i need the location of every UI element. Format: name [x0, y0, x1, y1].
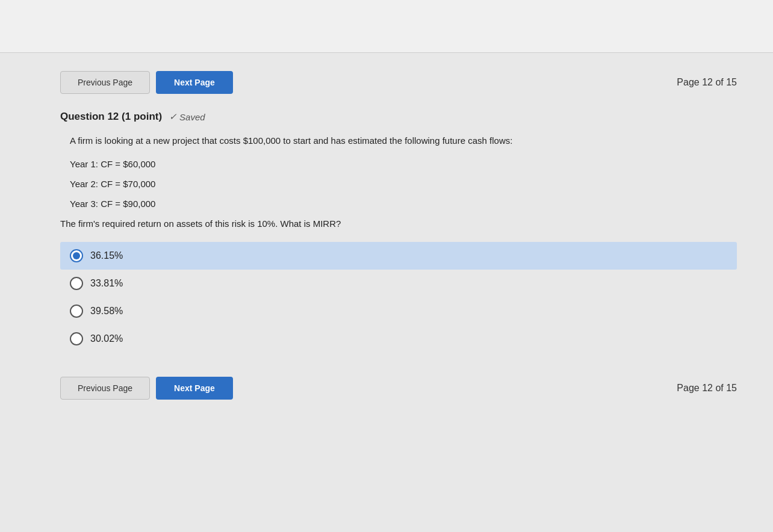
- option-3[interactable]: 39.58%: [60, 297, 737, 325]
- radio-option-2: [70, 277, 83, 290]
- check-icon: ✓: [169, 111, 177, 122]
- radio-selected-indicator: [73, 252, 80, 259]
- cash-flows-list: Year 1: CF = $60,000 Year 2: CF = $70,00…: [60, 159, 737, 209]
- cash-flow-year3: Year 3: CF = $90,000: [70, 199, 737, 209]
- bottom-page-indicator: Page 12 of 15: [677, 383, 737, 394]
- bottom-nav-row: Previous Page Next Page Page 12 of 15: [60, 377, 737, 400]
- option-1-label: 36.15%: [90, 250, 123, 261]
- top-page-indicator: Page 12 of 15: [677, 77, 737, 88]
- saved-text: Saved: [179, 112, 205, 122]
- top-previous-button[interactable]: Previous Page: [60, 71, 150, 94]
- question-points: (1 point): [122, 111, 162, 122]
- main-content: Previous Page Next Page Page 12 of 15 Qu…: [0, 53, 773, 532]
- cash-flow-year1: Year 1: CF = $60,000: [70, 159, 737, 169]
- option-4-label: 30.02%: [90, 333, 123, 344]
- question-body-text: A firm is looking at a new project that …: [60, 134, 737, 148]
- answer-options: 36.15% 33.81% 39.58% 30.02%: [60, 242, 737, 353]
- top-nav-row: Previous Page Next Page Page 12 of 15: [60, 71, 737, 94]
- radio-option-1: [70, 249, 83, 262]
- radio-option-3: [70, 305, 83, 318]
- saved-label: ✓ Saved: [169, 111, 205, 122]
- option-1[interactable]: 36.15%: [60, 242, 737, 270]
- option-2-label: 33.81%: [90, 278, 123, 289]
- question-number: 12: [107, 111, 119, 122]
- bottom-next-button[interactable]: Next Page: [156, 377, 233, 400]
- option-4[interactable]: 30.02%: [60, 325, 737, 353]
- option-3-label: 39.58%: [90, 306, 123, 317]
- top-nav-buttons: Previous Page Next Page: [60, 71, 233, 94]
- top-bar: [0, 0, 773, 53]
- top-next-button[interactable]: Next Page: [156, 71, 233, 94]
- question-header: Question 12 (1 point) ✓ Saved: [60, 111, 737, 123]
- radio-option-4: [70, 332, 83, 345]
- cash-flow-year2: Year 2: CF = $70,000: [70, 179, 737, 189]
- bottom-previous-button[interactable]: Previous Page: [60, 377, 150, 400]
- question-title: Question 12 (1 point): [60, 111, 162, 123]
- final-question-text: The firm's required return on assets of …: [60, 218, 737, 229]
- bottom-nav-buttons: Previous Page Next Page: [60, 377, 233, 400]
- option-2[interactable]: 33.81%: [60, 270, 737, 297]
